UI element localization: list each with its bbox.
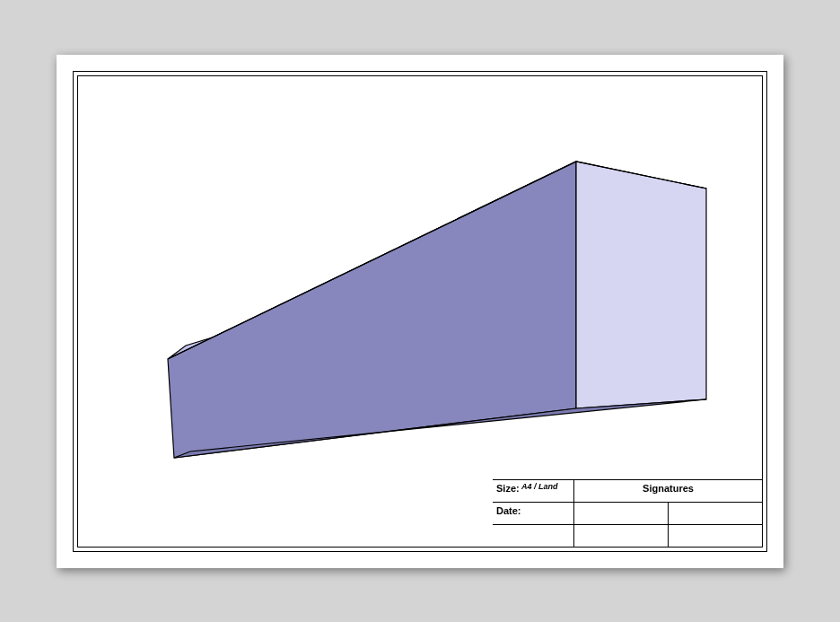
inner-frame: Size: A4 / Land Signatures Date: [77,75,763,548]
date-cell: Date: [493,503,573,524]
signature-cell-2b [668,525,762,547]
solid-prism-icon [78,76,762,547]
svg-marker-2 [576,162,706,408]
svg-marker-1 [168,162,576,458]
size-value: A4 / Land [521,482,558,491]
drawing-viewport [78,76,762,547]
blank-cell [493,525,573,547]
size-label: Size: [496,483,520,494]
signatures-header: Signatures [573,480,762,502]
outer-frame: Size: A4 / Land Signatures Date: [73,71,767,552]
date-label: Date: [496,505,521,516]
size-cell: Size: A4 / Land [493,480,573,502]
title-block: Size: A4 / Land Signatures Date: [493,479,762,547]
signature-cell-2a [573,525,668,547]
drawing-sheet: Size: A4 / Land Signatures Date: [57,55,783,568]
signature-cell-1a [573,503,668,524]
signature-cell-1b [668,503,762,524]
